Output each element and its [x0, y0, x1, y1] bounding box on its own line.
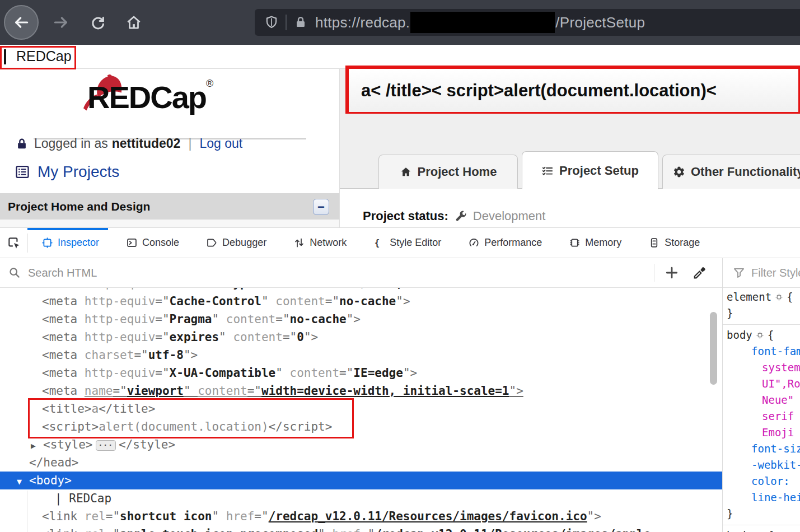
- rule-selector[interactable]: body{: [723, 327, 800, 343]
- html-source-line[interactable]: <meta http-equiv="Cache-Control" content…: [0, 292, 722, 310]
- css-value[interactable]: Neue": [723, 392, 800, 408]
- devtools-tab-performance[interactable]: Performance: [455, 228, 555, 258]
- filter-styles-input[interactable]: [750, 266, 800, 280]
- rule-selector[interactable]: body{: [723, 528, 800, 532]
- html-source-line[interactable]: <link rel="shortcut icon" href="/redcap_…: [0, 507, 722, 525]
- source-token: <link: [42, 510, 85, 523]
- logout-link[interactable]: Log out: [199, 136, 242, 151]
- source-token: =": [134, 348, 148, 362]
- html-source-line[interactable]: <meta http-equiv="Content-Type" content=…: [0, 288, 722, 292]
- forward-arrow-icon: [52, 13, 70, 31]
- url-bar[interactable]: https://redcap. /ProjectSetup: [255, 9, 800, 36]
- projects-list-icon: [15, 164, 30, 180]
- html-source-line[interactable]: | REDCap: [0, 489, 722, 507]
- rule-selector[interactable]: element{: [723, 289, 800, 305]
- source-token: href: [226, 510, 255, 523]
- html-source-line[interactable]: </head>: [0, 454, 722, 472]
- sidebar: REDCap® Logged in as nettitude02 | Log o…: [0, 69, 340, 227]
- source-token: Pragma: [170, 312, 212, 326]
- redcap-logo: REDCap®: [87, 78, 213, 115]
- source-token: content: [198, 384, 247, 398]
- tab-other-functionality[interactable]: Other Functionality: [662, 155, 800, 189]
- css-property[interactable]: line-height:: [723, 489, 800, 506]
- html-source-line[interactable]: <script>alert(document.location)</script…: [0, 418, 722, 436]
- open-brace: {: [768, 528, 774, 532]
- html-source-line[interactable]: ▶<style>···</style>: [0, 436, 722, 454]
- expand-arrow-icon[interactable]: ▶: [31, 437, 43, 455]
- tab-label: Project Home: [418, 165, 497, 179]
- devtools-tab-debugger[interactable]: Debugger: [193, 228, 280, 258]
- html-source-line[interactable]: ▼<body>: [0, 472, 722, 489]
- forward-button[interactable]: [49, 10, 73, 35]
- devtools-tab-console[interactable]: Console: [113, 228, 193, 258]
- devtools-tab-label: Style Editor: [390, 237, 441, 249]
- tracking-shield-icon[interactable]: [264, 15, 279, 30]
- lock-icon: [16, 137, 28, 151]
- source-token: no-cache: [290, 312, 347, 326]
- html-source-line[interactable]: <meta http-equiv="Pragma" content="no-ca…: [0, 310, 722, 328]
- devtools-tab-label: Storage: [665, 237, 700, 249]
- expand-arrow-icon[interactable]: ▼: [17, 473, 29, 491]
- css-value[interactable]: system: [723, 360, 800, 376]
- html-source-line[interactable]: <title>a</title>: [0, 400, 722, 418]
- html-source-line[interactable]: <meta http-equiv="expires" content="0">: [0, 328, 722, 346]
- source-token: no-cache: [339, 295, 396, 308]
- login-status: Logged in as nettitude02 | Log out: [16, 136, 242, 151]
- html-source-line[interactable]: <link rel="apple-touch-icon-precomposed"…: [0, 525, 722, 532]
- scrollbar-thumb[interactable]: [710, 312, 717, 385]
- html-source-line[interactable]: <meta name="viewport" content="width=dev…: [0, 382, 722, 400]
- source-token: </script>: [269, 420, 333, 433]
- devtools-tab-memory[interactable]: Memory: [555, 228, 635, 258]
- source-token: ">: [403, 366, 417, 380]
- tab-label: Project Setup: [559, 164, 639, 178]
- crosshair-icon: [756, 331, 764, 339]
- devtools-tab-style-editor[interactable]: { }Style Editor: [360, 228, 455, 258]
- page-title-strip: REDCap: [0, 45, 800, 69]
- back-button[interactable]: [4, 5, 39, 40]
- source-token: =": [283, 330, 297, 344]
- css-property[interactable]: -webkit-: [723, 457, 800, 473]
- create-node-button[interactable]: [664, 265, 680, 283]
- source-token: =": [106, 528, 120, 532]
- home-icon: [125, 14, 142, 31]
- ellipsis-badge[interactable]: ···: [96, 440, 116, 451]
- reload-button[interactable]: [86, 10, 110, 35]
- devtools-tab-inspector[interactable]: Inspector: [28, 228, 113, 258]
- css-property[interactable]: font-family:: [723, 343, 800, 360]
- my-projects-link[interactable]: My Projects: [15, 163, 119, 181]
- source-token: content: [269, 288, 319, 290]
- source-token: ">: [502, 288, 516, 290]
- panel-footer: [0, 220, 339, 227]
- html-source-line[interactable]: <meta charset="utf-8">: [0, 346, 722, 364]
- source-token: </title>: [99, 402, 155, 416]
- source-token: width=device-width, initial-scale=1: [261, 384, 509, 398]
- source-token: ">: [347, 312, 361, 326]
- source-token: <meta: [42, 330, 85, 344]
- project-status-label: Project status:: [363, 209, 448, 223]
- source-token: <script>: [42, 420, 99, 433]
- css-value[interactable]: Emoji: [723, 424, 800, 441]
- devtools-tab-network[interactable]: Network: [280, 228, 360, 258]
- css-value[interactable]: serif: [723, 408, 800, 424]
- source-token: ">: [509, 384, 523, 398]
- pick-element-button[interactable]: [7, 236, 21, 250]
- collapse-button[interactable]: −: [313, 199, 329, 215]
- tab-project-home[interactable]: Project Home: [378, 155, 518, 189]
- tab-project-setup[interactable]: Project Setup: [522, 151, 658, 189]
- css-property[interactable]: color:: [723, 473, 800, 489]
- html-source-line[interactable]: <meta http-equiv="X-UA-Compatible" conte…: [0, 364, 722, 382]
- css-value[interactable]: UI",Rob: [723, 376, 800, 392]
- source-token: ">: [304, 330, 318, 344]
- home-button[interactable]: [121, 10, 146, 35]
- source-token: =": [361, 528, 375, 532]
- page-content: REDCap® Logged in as nettitude02 | Log o…: [0, 69, 800, 227]
- search-html-input[interactable]: [27, 266, 421, 280]
- project-status-value: Development: [473, 209, 546, 223]
- devtools-tab-storage[interactable]: Storage: [635, 228, 713, 258]
- source-token: <meta: [42, 366, 85, 380]
- eyedropper-button[interactable]: [692, 265, 708, 283]
- lock-icon[interactable]: [294, 16, 307, 29]
- devtools-search-row: [0, 258, 800, 288]
- css-property[interactable]: font-size:: [723, 441, 800, 457]
- source-token: =": [325, 295, 339, 308]
